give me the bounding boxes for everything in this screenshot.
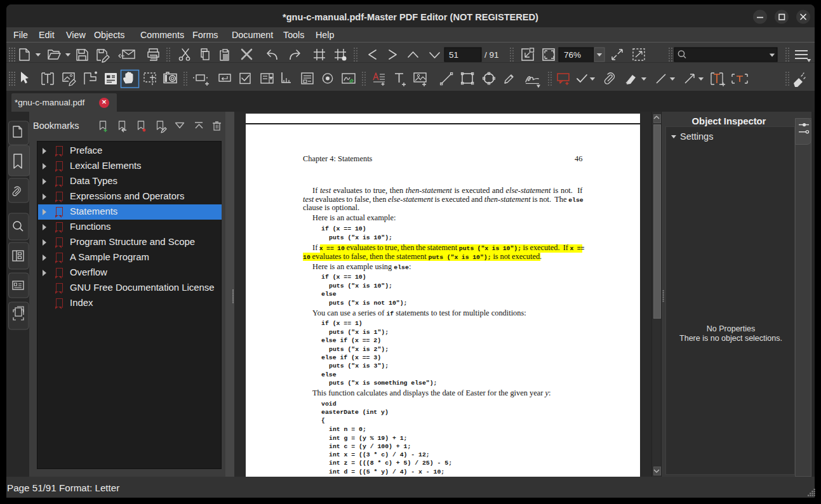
svg-text:/ 91: / 91 bbox=[484, 50, 499, 60]
svg-text:51: 51 bbox=[449, 50, 458, 60]
svg-text:76%: 76% bbox=[564, 50, 581, 60]
